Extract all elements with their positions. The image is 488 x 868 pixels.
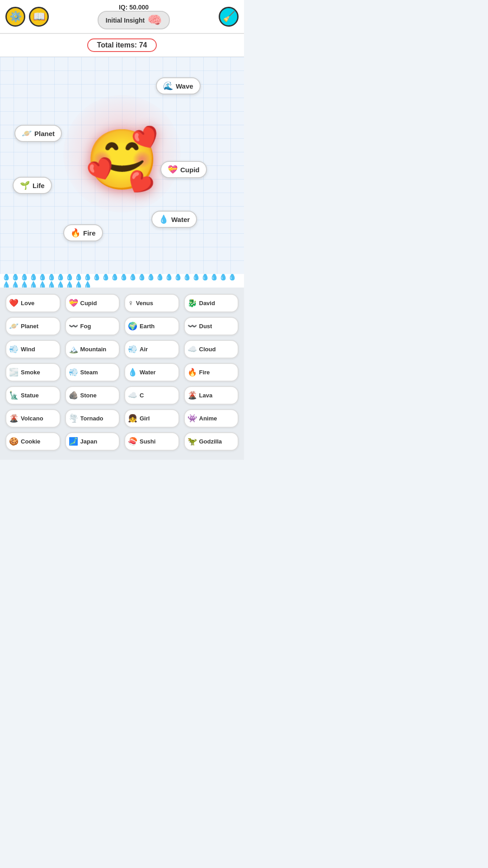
heart-emoji: 🥰 [85,130,159,189]
grid-emoji-11: ☁️ [188,344,197,354]
game-canvas: 🥰 🌊Wave🪐Planet💝Cupid🌱Life💧Water🔥Fire [0,57,244,274]
grid-label-24: Cookie [21,438,40,445]
float-item-wave[interactable]: 🌊Wave [156,77,201,94]
grid-item-anime[interactable]: 👾Anime [184,409,239,428]
grid-item-cupid[interactable]: 💝Cupid [65,294,120,312]
grid-label-14: Water [140,369,156,376]
grid-label-4: Planet [21,323,38,330]
grid-label-7: Dust [199,323,212,330]
grid-label-5: Fog [80,323,91,330]
grid-emoji-25: 🗾 [69,437,78,446]
grid-item-fog[interactable]: 〰️Fog [65,317,120,335]
grid-emoji-3: 🐉 [188,298,197,308]
grid-label-21: Tornado [80,415,103,422]
bottom-panel: ❤️Love💝Cupid♀️Venus🐉David🪐Planet〰️Fog🌍Ea… [0,288,244,460]
grid-emoji-0: ❤️ [9,298,19,308]
grid-emoji-17: 🪨 [69,391,78,400]
grid-item-sushi[interactable]: 🍣Sushi [124,432,179,451]
water-float-label: Water [171,216,190,223]
grid-item-stone[interactable]: 🪨Stone [65,386,120,405]
grid-label-15: Fire [199,369,210,376]
grid-label-20: Volcano [21,415,43,422]
grid-label-19: Lava [199,392,213,399]
grid-item-love[interactable]: ❤️Love [5,294,61,312]
grid-label-17: Stone [80,392,97,399]
grid-item-lava[interactable]: 🌋Lava [184,386,239,405]
grid-label-27: Godzilla [199,438,222,445]
grid-label-3: David [199,300,215,307]
grid-item-water[interactable]: 💧Water [124,363,179,382]
grid-emoji-24: 🍪 [9,437,19,446]
grid-label-23: Anime [199,415,217,422]
grid-label-0: Love [21,300,34,307]
grid-item-mountain[interactable]: 🏔️Mountain [65,340,120,359]
droplet-row: 💧💧💧💧💧💧💧💧💧💧💧💧💧💧💧💧💧💧💧💧💧💧💧💧💧💧💧💧💧💧💧💧💧💧💧💧 [2,274,242,288]
float-item-planet[interactable]: 🪐Planet [14,125,62,142]
grid-item-japan[interactable]: 🗾Japan [65,432,120,451]
level-badge: Initial Insight 🧠 [98,11,170,29]
grid-item-planet[interactable]: 🪐Planet [5,317,61,335]
grid-emoji-6: 🌍 [128,321,137,331]
grid-label-2: Venus [136,300,153,307]
wave-label: Wave [176,82,193,90]
cupid-float-emoji: 💝 [168,165,178,175]
float-item-fire-float[interactable]: 🔥Fire [63,224,103,241]
total-items-count: 74 [139,41,147,49]
settings-button[interactable]: ⚙️ [5,7,25,27]
grid-emoji-4: 🪐 [9,321,19,331]
fire-float-emoji: 🔥 [70,228,80,238]
header-center: IQ: 50.000 Initial Insight 🧠 [49,4,219,29]
grid-item-cookie[interactable]: 🍪Cookie [5,432,61,451]
wave-emoji: 🌊 [163,81,173,91]
grid-emoji-12: 🌫️ [9,368,19,377]
grid-emoji-21: 🌪️ [69,414,78,423]
planet-emoji: 🪐 [22,128,32,138]
grid-item-smoke[interactable]: 🌫️Smoke [5,363,61,382]
grid-label-11: Cloud [199,346,216,353]
float-item-life[interactable]: 🌱Life [13,177,52,194]
float-item-cupid-float[interactable]: 💝Cupid [160,161,207,178]
grid-emoji-9: 🏔️ [69,344,78,354]
grid-label-1: Cupid [80,300,97,307]
grid-item-volcano[interactable]: 🌋Volcano [5,409,61,428]
level-label: Initial Insight [106,17,145,24]
grid-item-statue[interactable]: 🗽Statue [5,386,61,405]
grid-item-steam[interactable]: 💨Steam [65,363,120,382]
grid-label-25: Japan [80,438,98,445]
grid-item-venus[interactable]: ♀️Venus [124,294,179,312]
grid-emoji-16: 🗽 [9,391,19,400]
wand-button[interactable]: 🧹 [219,7,239,27]
grid-label-9: Mountain [80,346,107,353]
grid-item-earth[interactable]: 🌍Earth [124,317,179,335]
grid-item-david[interactable]: 🐉David [184,294,239,312]
grid-label-26: Sushi [140,438,155,445]
grid-item-fire[interactable]: 🔥Fire [184,363,239,382]
grid-item-tornado[interactable]: 🌪️Tornado [65,409,120,428]
grid-item-wind[interactable]: 💨Wind [5,340,61,359]
header-left-icons: ⚙️ 📖 [5,7,49,27]
droplet-separator: 💧💧💧💧💧💧💧💧💧💧💧💧💧💧💧💧💧💧💧💧💧💧💧💧💧💧💧💧💧💧💧💧💧💧💧💧 [0,274,244,288]
grid-label-8: Wind [21,346,35,353]
grid-emoji-7: 〰️ [188,321,197,331]
float-item-water-float[interactable]: 💧Water [151,211,197,228]
cupid-float-label: Cupid [180,166,200,174]
total-items-label: Total items: [97,41,139,49]
grid-item-c[interactable]: ☁️C [124,386,179,405]
grid-item-air[interactable]: 💨Air [124,340,179,359]
grid-emoji-2: ♀️ [128,299,134,308]
total-items-badge: Total items: 74 [87,38,157,52]
grid-item-godzilla[interactable]: 🦖Godzilla [184,432,239,451]
life-label: Life [33,182,45,189]
total-items-bar: Total items: 74 [0,34,244,57]
grid-emoji-19: 🌋 [188,391,197,400]
grid-item-dust[interactable]: 〰️Dust [184,317,239,335]
book-button[interactable]: 📖 [29,7,49,27]
grid-emoji-10: 💨 [128,344,137,354]
grid-item-cloud[interactable]: ☁️Cloud [184,340,239,359]
grid-emoji-27: 🦖 [188,437,197,446]
grid-emoji-5: 〰️ [69,321,78,331]
grid-item-girl[interactable]: 👧Girl [124,409,179,428]
header: ⚙️ 📖 IQ: 50.000 Initial Insight 🧠 🧹 [0,0,244,34]
grid-emoji-18: ☁️ [128,391,137,400]
grid-emoji-14: 💧 [128,368,137,377]
